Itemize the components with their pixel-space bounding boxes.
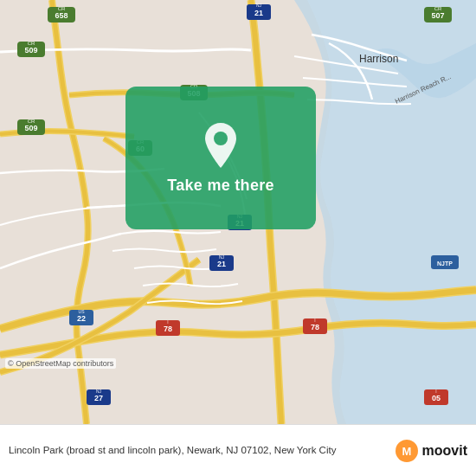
map-pin-icon xyxy=(200,121,241,170)
svg-text:I: I xyxy=(167,319,168,325)
svg-text:509: 509 xyxy=(24,46,37,55)
take-me-there-label: Take me there xyxy=(167,177,274,195)
svg-text:US: US xyxy=(79,309,86,314)
footer-text: Lincoln Park (broad st and lincoln park)… xyxy=(9,443,395,457)
map-container: 658 CR 21 NJ 507 CR 508 CR 509 CR 509 CR… xyxy=(0,0,476,424)
location-name: Lincoln Park (broad st and lincoln park)… xyxy=(9,445,272,455)
osm-attribution: © OpenStreetMap contributors xyxy=(5,358,116,369)
svg-text:NJ: NJ xyxy=(96,389,102,394)
svg-text:CR: CR xyxy=(28,41,35,46)
svg-text:21: 21 xyxy=(254,9,263,17)
svg-text:CR: CR xyxy=(58,6,66,11)
moovit-logo-icon: M xyxy=(395,439,419,463)
svg-text:Harrison: Harrison xyxy=(359,53,398,65)
svg-text:NJ: NJ xyxy=(256,3,262,8)
svg-text:I: I xyxy=(314,318,315,323)
svg-text:CR: CR xyxy=(28,119,35,124)
svg-text:NJTP: NJTP xyxy=(437,261,453,267)
moovit-logo: M moovit xyxy=(395,439,467,463)
moovit-text: moovit xyxy=(422,443,467,459)
svg-text:509: 509 xyxy=(24,124,37,132)
svg-point-47 xyxy=(214,132,228,145)
svg-text:658: 658 xyxy=(55,11,68,20)
city-name: New York City xyxy=(274,445,337,455)
svg-text:NJ: NJ xyxy=(219,254,225,260)
svg-text:I: I xyxy=(435,389,436,394)
svg-text:05: 05 xyxy=(432,394,441,402)
svg-text:78: 78 xyxy=(311,323,319,331)
svg-text:CR: CR xyxy=(434,6,442,11)
take-me-there-button[interactable]: Take me there xyxy=(125,87,316,229)
svg-text:22: 22 xyxy=(77,314,86,323)
footer: Lincoln Park (broad st and lincoln park)… xyxy=(0,424,476,476)
svg-text:27: 27 xyxy=(94,394,103,402)
svg-text:M: M xyxy=(402,445,411,458)
svg-text:78: 78 xyxy=(164,325,172,333)
svg-text:21: 21 xyxy=(217,260,226,268)
svg-text:507: 507 xyxy=(431,11,444,20)
